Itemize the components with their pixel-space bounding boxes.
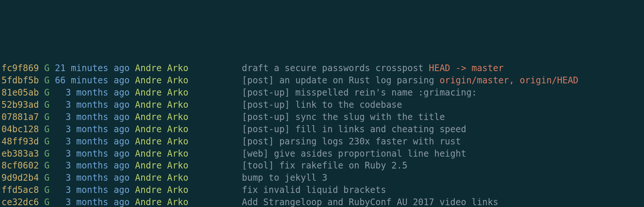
commit-author: Andre Arko xyxy=(135,124,189,134)
commit-time: 3 months ago xyxy=(55,148,130,159)
commit-hash: 81e05ab xyxy=(1,87,39,98)
commit-hash: 5fdbf5b xyxy=(1,75,39,86)
commit-time: 3 months ago xyxy=(55,124,130,134)
commit-hash: 04bc128 xyxy=(1,124,39,134)
commit-row: 04bc128 G 3 months ago Andre Arko [post-… xyxy=(1,123,643,136)
commit-row: 9d9d2b4 G 3 months ago Andre Arko bump t… xyxy=(1,172,643,184)
commit-message: [post] an update on Rust log parsing xyxy=(242,75,440,86)
commit-message: [post-up] sync the slug with the title xyxy=(242,112,445,122)
commit-hash: 48ff93d xyxy=(1,136,39,147)
commit-author: Andre Arko xyxy=(135,87,189,98)
commit-author: Andre Arko xyxy=(135,136,189,147)
commit-row: fc9f869 G 21 minutes ago Andre Arko draf… xyxy=(1,62,643,74)
git-log: fc9f869 G 21 minutes ago Andre Arko draf… xyxy=(0,61,644,207)
commit-author: Andre Arko xyxy=(135,160,189,171)
commit-sign: G xyxy=(44,87,50,98)
ref-remote: origin/master, origin/HEAD xyxy=(440,75,579,86)
commit-sign: G xyxy=(44,75,50,86)
commit-author: Andre Arko xyxy=(135,100,189,110)
commit-sign: G xyxy=(44,100,50,110)
commit-row: 5fdbf5b G 66 minutes ago Andre Arko [pos… xyxy=(1,74,643,87)
commit-time: 3 months ago xyxy=(55,160,130,171)
commit-row: 52b93ad G 3 months ago Andre Arko [post-… xyxy=(1,99,643,111)
commit-author: Andre Arko xyxy=(135,75,189,86)
commit-message: bump to jekyll 3 xyxy=(242,173,327,183)
commit-message: [post] parsing logs 230x faster with rus… xyxy=(242,136,461,147)
commit-message: fix invalid liquid brackets xyxy=(242,185,386,195)
commit-hash: ffd5ac8 xyxy=(1,185,39,195)
commit-time: 3 months ago xyxy=(55,185,130,195)
commit-sign: G xyxy=(44,173,50,183)
commit-hash: 07881a7 xyxy=(1,112,39,122)
commit-author: Andre Arko xyxy=(135,148,189,159)
commit-hash: 52b93ad xyxy=(1,100,39,110)
commit-author: Andre Arko xyxy=(135,197,189,207)
commit-message: [post-up] misspelled rein's name :grimac… xyxy=(242,87,477,98)
commit-sign: G xyxy=(44,197,50,207)
commit-row: eb383a3 G 3 months ago Andre Arko [web] … xyxy=(1,148,643,160)
commit-sign: G xyxy=(44,160,50,171)
commit-row: ffd5ac8 G 3 months ago Andre Arko fix in… xyxy=(1,184,643,196)
commit-hash: ce32dc6 xyxy=(1,197,39,207)
commit-author: Andre Arko xyxy=(135,173,189,183)
commit-time: 3 months ago xyxy=(55,136,130,147)
commit-hash: 8cf0602 xyxy=(1,160,39,171)
commit-hash: fc9f869 xyxy=(1,63,39,73)
commit-sign: G xyxy=(44,63,50,73)
commit-sign: G xyxy=(44,136,50,147)
commit-message: [tool] fix rakefile on Ruby 2.5 xyxy=(242,160,407,171)
commit-message: [post-up] fill in links and cheating spe… xyxy=(242,124,466,134)
commit-sign: G xyxy=(44,185,50,195)
commit-hash: 9d9d2b4 xyxy=(1,173,39,183)
commit-time: 3 months ago xyxy=(55,87,130,98)
commit-sign: G xyxy=(44,148,50,159)
commit-message: [web] give asides proportional line heig… xyxy=(242,148,466,159)
commit-row: 07881a7 G 3 months ago Andre Arko [post-… xyxy=(1,111,643,123)
commit-author: Andre Arko xyxy=(135,63,189,73)
commit-sign: G xyxy=(44,112,50,122)
commit-sign: G xyxy=(44,124,50,134)
commit-hash: eb383a3 xyxy=(1,148,39,159)
commit-time: 3 months ago xyxy=(55,197,130,207)
commit-row: 81e05ab G 3 months ago Andre Arko [post-… xyxy=(1,87,643,99)
commit-time: 3 months ago xyxy=(55,100,130,110)
commit-row: 8cf0602 G 3 months ago Andre Arko [tool]… xyxy=(1,160,643,172)
ref-head: HEAD -> master xyxy=(429,63,504,73)
commit-time: 3 months ago xyxy=(55,173,130,183)
commit-row: 48ff93d G 3 months ago Andre Arko [post]… xyxy=(1,136,643,148)
commit-message: Add Strangeloop and RubyConf AU 2017 vid… xyxy=(242,197,498,207)
commit-message: draft a secure passwords crosspost xyxy=(242,63,429,73)
commit-author: Andre Arko xyxy=(135,112,189,122)
commit-time: 21 minutes ago xyxy=(55,63,130,73)
commit-author: Andre Arko xyxy=(135,185,189,195)
commit-time: 3 months ago xyxy=(55,112,130,122)
commit-time: 66 minutes ago xyxy=(55,75,130,86)
commit-message: [post-up] link to the codebase xyxy=(242,100,402,110)
commit-row: ce32dc6 G 3 months ago Andre Arko Add St… xyxy=(1,196,643,207)
